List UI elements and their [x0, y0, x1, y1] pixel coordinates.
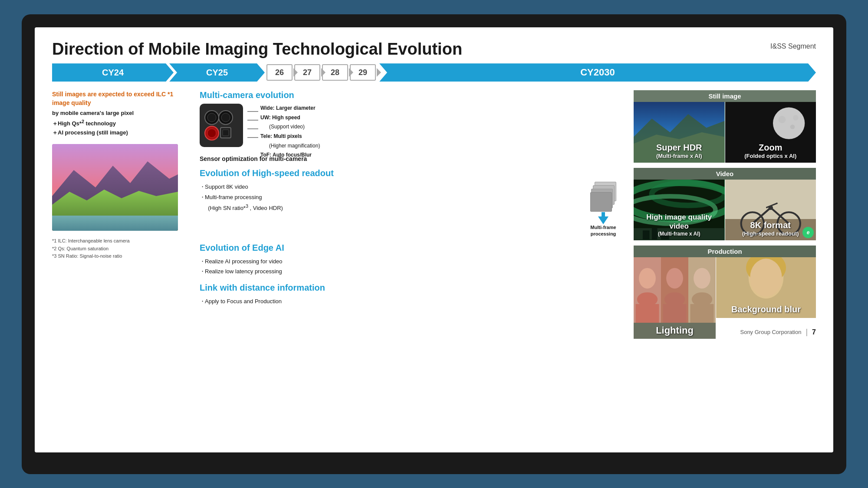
- svg-point-26: [793, 115, 799, 121]
- landscape-image: [52, 144, 178, 231]
- highspeed-bullets: Support 8K video Multi-frame processing …: [200, 182, 582, 213]
- svg-rect-18: [602, 212, 605, 217]
- video-section: Video: [634, 168, 816, 240]
- face3-cell: [688, 257, 716, 323]
- edge-ai-bullets: Realize AI processing for video Realize …: [200, 256, 621, 277]
- spec-tof: ToF: Auto focus/Blur: [260, 151, 320, 160]
- svg-rect-12: [223, 130, 229, 136]
- zoom-label: Zoom (Folded optics x AI): [725, 142, 816, 160]
- svg-point-6: [207, 113, 216, 122]
- edge-ai-title: Evolution of Edge AI: [200, 243, 621, 253]
- segment-label: I&SS Segment: [770, 43, 816, 50]
- footer-divider: |: [806, 328, 808, 337]
- bullet-apply-focus: Apply to Focus and Production: [200, 296, 621, 306]
- still-image-header: Still image: [634, 90, 816, 102]
- svg-rect-4: [200, 104, 243, 147]
- arrow-down-svg: [597, 212, 609, 224]
- face3-svg: [688, 257, 716, 323]
- svg-point-60: [750, 259, 782, 297]
- video-header: Video: [634, 168, 816, 180]
- 8k-format-label: 8K format (High-speed readout): [725, 220, 816, 237]
- link-distance-section: Link with distance information Apply to …: [200, 283, 621, 306]
- super-hdr-label: Super HDR (Multi-frame x AI): [634, 142, 725, 160]
- production-row: Lighting: [634, 257, 816, 318]
- highspeed-title: Evolution of High-speed readout: [200, 168, 621, 178]
- timeline-y27: 27: [294, 64, 320, 81]
- svg-rect-51: [663, 304, 687, 323]
- bullet-multiframe: Multi-frame processing (High SN ratio*3 …: [200, 192, 582, 213]
- production-section: Production: [634, 246, 816, 318]
- timeline-y28: 28: [322, 64, 348, 81]
- page-title: Direction of Mobile Imaging Technologica…: [52, 40, 462, 59]
- svg-point-45: [639, 268, 656, 288]
- spec-wide: Wide: Larger diameter: [260, 104, 320, 113]
- timeline-cy2030: CY2030: [379, 63, 816, 82]
- middle-column: Multi-camera evolution: [195, 90, 625, 323]
- bg-blur-label: Background blur: [716, 304, 816, 314]
- spec-tele: Tele: Multi pixels(Higher magnification): [260, 132, 320, 151]
- svg-point-24: [778, 116, 786, 124]
- right-column: Still image: [634, 90, 816, 323]
- svg-point-53: [694, 268, 710, 288]
- bullet-low-latency: Realize low latency processing: [200, 266, 621, 276]
- camera-svg: [200, 104, 243, 147]
- still-images-highlight: Still images are expected to exceed ILC …: [52, 90, 187, 107]
- left-column: Still images are expected to exceed ILC …: [52, 90, 187, 323]
- multicamera-title: Multi-camera evolution: [200, 90, 621, 100]
- super-hdr-cell: Super HDR (Multi-frame x AI): [634, 102, 725, 163]
- edge-ai-section: Evolution of Edge AI Realize AI processi…: [200, 243, 621, 277]
- svg-point-23: [773, 108, 804, 139]
- high-quality-label: High image quality video (Multi-frame x …: [634, 213, 725, 237]
- face1-svg: [634, 257, 661, 323]
- svg-point-43: [768, 206, 773, 210]
- timeline-y29: 29: [350, 64, 376, 81]
- timeline-y26: 26: [266, 64, 293, 81]
- lighting-label: Lighting: [634, 323, 716, 338]
- still-image-row: Super HDR (Multi-frame x AI): [634, 102, 816, 163]
- link-distance-bullets: Apply to Focus and Production: [200, 296, 621, 306]
- still-images-body: by mobile camera's large pixel ＋High Qs*…: [52, 109, 187, 138]
- landscape-svg: [52, 144, 178, 231]
- multiframe-area: Support 8K video Multi-frame processing …: [200, 182, 621, 237]
- video-row: High image quality video (Multi-frame x …: [634, 180, 816, 240]
- top-bar: Direction of Mobile Imaging Technologica…: [52, 40, 816, 59]
- footnotes: *1 ILC: Interchangeable lens camera *2 Q…: [52, 237, 187, 260]
- high-quality-cell: High image quality video (Multi-frame x …: [634, 180, 725, 240]
- spec-uw: UW: High speed(Support video): [260, 113, 320, 132]
- bg-blur-cell: Background blur: [716, 257, 816, 318]
- timeline-cy25: CY25: [169, 63, 265, 82]
- landscape-gradient: [52, 144, 178, 231]
- svg-rect-55: [690, 304, 714, 323]
- multiframe-label: Multi-frameprocessing: [590, 224, 616, 237]
- face1-cell: [634, 257, 661, 323]
- faces-row: [634, 257, 716, 323]
- link-distance-title: Link with distance information: [200, 283, 621, 293]
- laptop-frame: Direction of Mobile Imaging Technologica…: [22, 14, 846, 474]
- multicamera-section: Multi-camera evolution: [200, 90, 621, 162]
- still-image-section: Still image: [634, 90, 816, 163]
- svg-marker-17: [598, 216, 608, 224]
- bullet-ai-video: Realize AI processing for video: [200, 256, 621, 266]
- svg-rect-47: [636, 304, 659, 323]
- screen: Direction of Mobile Imaging Technologica…: [35, 27, 833, 452]
- svg-point-10: [207, 129, 216, 138]
- camera-diagram: Wide: Larger diameter UW: High speed(Sup…: [200, 104, 621, 149]
- face2-cell: [661, 257, 688, 323]
- content-area: Still images are expected to exceed ILC …: [52, 90, 816, 323]
- faces-stack: Lighting: [634, 257, 716, 318]
- timeline-cy24: CY24: [52, 63, 174, 82]
- page-number: 7: [812, 328, 816, 336]
- production-header: Production: [634, 246, 816, 257]
- highspeed-section: Evolution of High-speed readout Support …: [200, 168, 621, 237]
- svg-point-8: [221, 113, 230, 122]
- company-name: Sony Group Corporation: [740, 329, 801, 335]
- timeline: CY24 CY25 26 27 28 29 CY2030: [52, 63, 816, 82]
- svg-point-49: [666, 268, 683, 288]
- svg-rect-3: [52, 216, 178, 231]
- bullet-8k: Support 8K video: [200, 182, 582, 192]
- svg-point-25: [790, 124, 794, 129]
- multiframe-visual: Multi-frameprocessing: [586, 182, 621, 237]
- face2-svg: [661, 257, 688, 323]
- zoom-cell: Zoom (Folded optics x AI): [725, 102, 816, 163]
